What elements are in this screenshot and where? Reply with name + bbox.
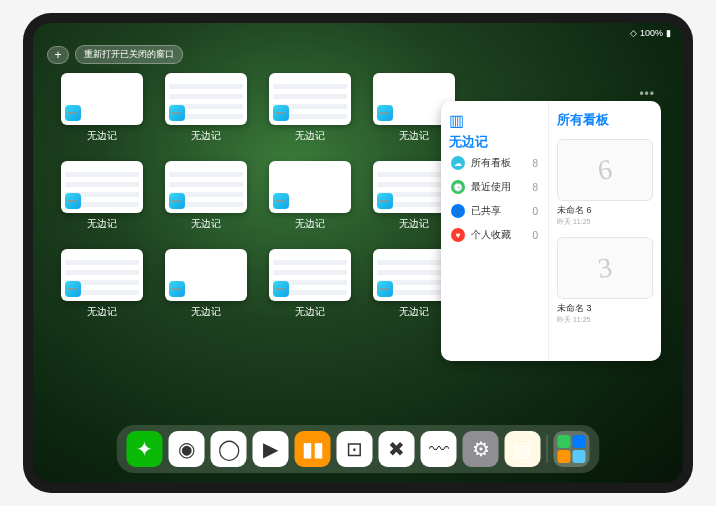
category-item[interactable]: 👤已共享0 [449,199,540,223]
dock-app-dice[interactable]: ⊡ [337,431,373,467]
window-label: 无边记 [399,129,429,143]
dock-app-notes[interactable]: ▤ [505,431,541,467]
dock-app-app-x[interactable]: ✖ [379,431,415,467]
freeform-app-icon [65,105,81,121]
freeform-app-icon [377,193,393,209]
window-thumbnail[interactable]: 无边记 [61,73,143,143]
category-label: 最近使用 [471,180,511,194]
window-label: 无边记 [191,129,221,143]
wifi-icon: ◇ [630,28,637,38]
dock-app-freeform[interactable]: 〰 [421,431,457,467]
window-thumbnail[interactable]: 无边记 [165,73,247,143]
window-label: 无边记 [191,305,221,319]
window-preview [165,161,247,213]
window-label: 无边记 [295,129,325,143]
window-label: 无边记 [295,305,325,319]
window-preview [269,249,351,301]
window-label: 无边记 [295,217,325,231]
folder-mini-icon [573,450,586,463]
window-preview [61,249,143,301]
window-label: 无边记 [191,217,221,231]
app-switcher-grid: 无边记无边记无边记无边记无边记无边记无边记无边记无边记无边记无边记无边记 [61,73,455,319]
window-preview [269,161,351,213]
category-count: 8 [532,158,538,169]
boards-title: 所有看板 [557,111,653,129]
window-thumbnail[interactable]: 无边记 [165,161,247,231]
window-thumbnail[interactable]: 无边记 [269,161,351,231]
board-preview: 6 [557,139,653,201]
board-item[interactable]: 3未命名 3昨天 11:25 [557,237,653,325]
dock-app-settings[interactable]: ⚙ [463,431,499,467]
window-label: 无边记 [87,217,117,231]
dock-app-quark[interactable]: ◯ [211,431,247,467]
category-item[interactable]: ☁所有看板8 [449,151,540,175]
panel-title: 无边记 [449,133,540,151]
board-name: 未命名 3 [557,302,653,315]
board-sketch: 6 [596,153,614,187]
window-label: 无边记 [399,217,429,231]
board-item[interactable]: 6未命名 6昨天 11:25 [557,139,653,227]
freeform-app-icon [273,105,289,121]
freeform-app-icon [273,193,289,209]
board-date: 昨天 11:25 [557,315,653,325]
window-label: 无边记 [87,129,117,143]
boards-list: 6未命名 6昨天 11:253未命名 3昨天 11:25 [557,139,653,325]
sidebar-toggle-icon[interactable]: ▥ [449,111,463,125]
category-icon: 👤 [451,204,465,218]
window-label: 无边记 [87,305,117,319]
category-item[interactable]: 🕒最近使用8 [449,175,540,199]
dock-app-books[interactable]: ▮▮ [295,431,331,467]
dock: ✦◉◯▶▮▮⊡✖〰⚙▤ [117,425,600,473]
category-count: 0 [532,206,538,217]
freeform-app-icon [377,281,393,297]
window-thumbnail[interactable]: 无边记 [165,249,247,319]
dock-app-play[interactable]: ▶ [253,431,289,467]
board-sketch: 3 [596,251,614,285]
battery-icon: ▮ [666,28,671,38]
category-label: 所有看板 [471,156,511,170]
dock-app-quark-hd[interactable]: ◉ [169,431,205,467]
freeform-panel: ••• ▥ 无边记 ☁所有看板8🕒最近使用8👤已共享0♥个人收藏0 所有看板 6… [441,101,661,361]
category-icon: ☁ [451,156,465,170]
top-controls: + 重新打开已关闭的窗口 [47,45,183,64]
ipad-frame: ◇ 100% ▮ + 重新打开已关闭的窗口 无边记无边记无边记无边记无边记无边记… [23,13,693,493]
category-item[interactable]: ♥个人收藏0 [449,223,540,247]
window-label: 无边记 [399,305,429,319]
window-thumbnail[interactable]: 无边记 [61,249,143,319]
freeform-app-icon [273,281,289,297]
dock-separator [547,435,548,463]
dock-app-wechat[interactable]: ✦ [127,431,163,467]
more-icon[interactable]: ••• [639,87,655,101]
window-preview [165,249,247,301]
window-preview [61,73,143,125]
category-count: 8 [532,182,538,193]
window-thumbnail[interactable]: 无边记 [269,249,351,319]
category-icon: ♥ [451,228,465,242]
dock-recent-folder[interactable] [554,431,590,467]
battery-label: 100% [640,28,663,38]
panel-sidebar: ▥ 无边记 ☁所有看板8🕒最近使用8👤已共享0♥个人收藏0 [441,101,549,361]
freeform-app-icon [65,281,81,297]
category-label: 个人收藏 [471,228,511,242]
freeform-app-icon [65,193,81,209]
window-preview [165,73,247,125]
board-name: 未命名 6 [557,204,653,217]
window-thumbnail[interactable]: 无边记 [61,161,143,231]
new-window-button[interactable]: + [47,46,69,64]
panel-content: 所有看板 6未命名 6昨天 11:253未命名 3昨天 11:25 [549,101,661,361]
category-count: 0 [532,230,538,241]
board-preview: 3 [557,237,653,299]
folder-mini-icon [558,435,571,448]
window-preview [269,73,351,125]
category-label: 已共享 [471,204,501,218]
freeform-app-icon [169,105,185,121]
window-thumbnail[interactable]: 无边记 [269,73,351,143]
reopen-closed-window-button[interactable]: 重新打开已关闭的窗口 [75,45,183,64]
status-bar: ◇ 100% ▮ [33,23,683,43]
category-list: ☁所有看板8🕒最近使用8👤已共享0♥个人收藏0 [449,151,540,247]
board-date: 昨天 11:25 [557,217,653,227]
freeform-app-icon [169,193,185,209]
folder-mini-icon [558,450,571,463]
freeform-app-icon [377,105,393,121]
freeform-app-icon [169,281,185,297]
